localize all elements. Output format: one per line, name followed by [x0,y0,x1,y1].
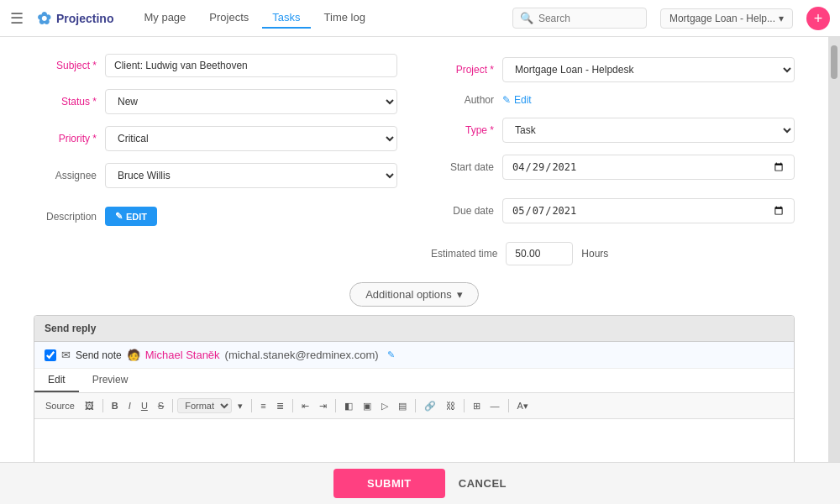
underline-button[interactable]: U [137,399,152,412]
align-right-button[interactable]: ▷ [377,399,392,413]
scroll-handle[interactable] [831,45,837,79]
project-select[interactable]: Mortgage Loan - Helpdesk [502,57,795,82]
toolbar-separator [172,399,173,412]
type-select[interactable]: Task Bug Feature Support [502,118,795,143]
additional-options-label: Additional options [365,288,452,301]
app-logo: ✿ Projectino [37,8,113,29]
priority-select[interactable]: Low Normal High Critical [105,126,397,151]
toolbar-separator [415,399,416,412]
strikethrough-button[interactable]: S [154,399,168,412]
submit-button[interactable]: SUBMIT [333,469,445,498]
add-button[interactable]: + [806,7,830,30]
form-section: Subject * Status * New In Progress Done … [34,54,795,265]
toolbar-separator [102,399,103,412]
unordered-list-button[interactable]: ≣ [272,399,288,413]
assignee-select[interactable]: Bruce Willis [105,163,397,188]
chevron-down-icon: ▾ [457,288,463,301]
form-area: Subject * Status * New In Progress Done … [0,37,828,504]
envelope-icon: ✉ [61,349,71,361]
status-row: Status * New In Progress Done Cancelled [34,89,397,114]
estimated-time-row: Estimated time Hours [431,242,795,265]
ordered-list-button[interactable]: ≡ [256,399,270,412]
search-icon: 🔍 [520,12,533,24]
author-label: Author [431,94,494,106]
project-selector-label: Mortgage Loan - Help... [669,13,775,24]
author-edit-link[interactable]: ✎ Edit [502,94,532,106]
nav-item-timelog[interactable]: Time log [314,8,375,29]
scrollbar[interactable] [828,37,840,504]
edit-icon: ✎ [502,94,511,106]
format-select[interactable]: Format [177,398,232,413]
project-selector[interactable]: Mortgage Loan - Help... ▾ [660,8,793,29]
nav-item-mypage[interactable]: My page [134,8,196,29]
estimated-time-input[interactable] [506,242,573,265]
font-color-button[interactable]: A▾ [513,399,533,413]
image-button[interactable]: 🖼 [81,399,98,412]
priority-row: Priority * Low Normal High Critical [34,126,397,151]
editor-toolbar: Source 🖼 B I U S Format ▾ ≡ ≣ ⇤ ⇥ ◧ [34,393,794,419]
hr-button[interactable]: — [486,399,504,412]
due-date-row: Due date [431,198,795,223]
table-button[interactable]: ⊞ [469,399,485,413]
editor-tabs: Edit Preview [34,369,794,393]
start-date-label: Start date [431,161,494,173]
author-row: Author ✎ Edit [431,94,795,106]
due-date-label: Due date [431,205,494,217]
subject-label: Subject * [34,60,97,71]
link-button[interactable]: 🔗 [420,399,440,413]
estimated-time-label: Estimated time [431,248,497,260]
italic-button[interactable]: I [124,399,135,412]
type-label: Type * [431,124,494,136]
form-right: Project * Mortgage Loan - Helpdesk Autho… [431,54,795,265]
assignee-label: Assignee [34,170,97,181]
note-text: Send note [76,349,122,361]
subject-row: Subject * [34,54,397,77]
search-input[interactable] [538,13,639,24]
footer: SUBMIT CANCEL [0,462,840,504]
main-nav: My page Projects Tasks Time log [134,8,375,29]
align-center-button[interactable]: ▣ [359,399,375,413]
user-icon: 🧑 [127,349,140,361]
due-date-input[interactable] [502,198,795,223]
justify-button[interactable]: ▤ [394,399,411,413]
project-row: Project * Mortgage Loan - Helpdesk [431,57,795,82]
align-left-button[interactable]: ◧ [340,399,357,413]
toolbar-separator [508,399,509,412]
source-button[interactable]: Source [41,399,79,412]
cancel-button[interactable]: CANCEL [459,477,507,490]
toolbar-separator [464,399,465,412]
format-arrow[interactable]: ▾ [234,399,247,413]
toolbar-separator [251,399,252,412]
nav-item-projects[interactable]: Projects [199,8,259,29]
project-label: Project * [431,64,494,76]
nav-item-tasks[interactable]: Tasks [262,8,310,29]
indent-button[interactable]: ⇥ [315,399,331,413]
description-row: Description ✎ EDIT [34,207,397,226]
start-date-row: Start date [431,155,795,180]
app-header: ☰ ✿ Projectino My page Projects Tasks Ti… [0,0,840,37]
app-name: Projectino [56,12,113,25]
tab-preview[interactable]: Preview [79,369,142,392]
logo-icon: ✿ [37,8,51,29]
start-date-input[interactable] [502,155,795,180]
edit-user-icon[interactable]: ✎ [387,349,395,360]
outdent-button[interactable]: ⇤ [297,399,313,413]
edit-icon: ✎ [115,211,123,222]
subject-input[interactable] [105,54,397,77]
additional-options-button[interactable]: Additional options ▾ [349,282,479,307]
send-note-row: ✉ Send note 🧑 Michael Staněk (michal.sta… [34,342,794,369]
main-area: Subject * Status * New In Progress Done … [0,37,840,504]
unlink-button[interactable]: ⛓ [442,399,459,412]
edit-btn-label: EDIT [126,212,147,222]
toolbar-separator [292,399,293,412]
tab-edit[interactable]: Edit [34,369,79,392]
hours-label: Hours [581,248,608,260]
status-select[interactable]: New In Progress Done Cancelled [105,89,397,114]
hamburger-icon[interactable]: ☰ [10,9,24,28]
edit-description-button[interactable]: ✎ EDIT [105,207,157,226]
send-reply-header: Send reply [34,316,794,342]
bold-button[interactable]: B [108,399,123,412]
send-note-checkbox[interactable] [45,349,56,361]
search-bar[interactable]: 🔍 [512,8,647,29]
type-row: Type * Task Bug Feature Support [431,118,795,143]
